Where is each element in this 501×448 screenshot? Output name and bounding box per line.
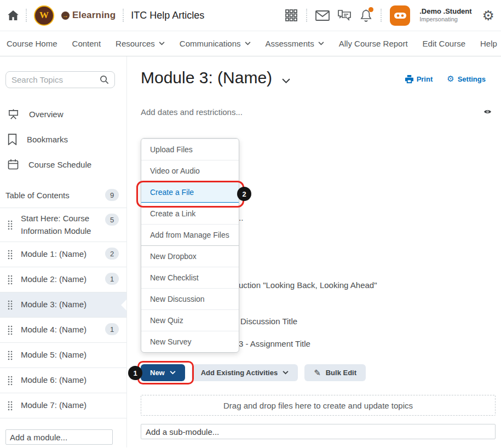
nav-item[interactable]: Ally Course Report	[339, 39, 408, 48]
print-button[interactable]: Print	[405, 75, 433, 83]
module-row[interactable]: Module 3: (Name)	[0, 292, 126, 318]
module-row[interactable]: Module 1: (Name) 2	[0, 242, 126, 267]
drag-handle-icon[interactable]	[8, 401, 13, 411]
nav-item[interactable]: Content	[72, 39, 101, 48]
sidebar-item-label: Course Schedule	[28, 160, 91, 169]
email-icon[interactable]	[315, 10, 330, 21]
bulk-edit-button[interactable]: ✎ Bulk Edit	[304, 364, 366, 381]
nav-item[interactable]: Assessments	[266, 39, 324, 48]
user-name: .Demo .Student	[419, 7, 471, 16]
new-dropdown-menu: Upload Files Video or Audio Create a Fil…	[141, 138, 239, 353]
nav-item[interactable]: Edit Course	[423, 39, 465, 48]
chat-icon[interactable]	[338, 9, 352, 21]
module-row[interactable]: Module 5: (Name)	[0, 343, 126, 368]
nav-item-label: Ally Course Report	[339, 39, 408, 48]
menu-item-label: New Checklist	[150, 273, 199, 282]
bell-icon[interactable]	[360, 9, 372, 22]
sidebar-item-label: Bookmarks	[27, 135, 68, 144]
hidden-text-fragment: uction "Looking Back, Looking Ahead"	[239, 280, 377, 290]
module-row[interactable]: Module 4: (Name) 1	[0, 318, 126, 343]
gear-icon: ⚙	[447, 75, 454, 83]
pencil-icon: ✎	[314, 368, 321, 378]
module-label: Module 1: (Name)	[21, 248, 97, 261]
university-logo[interactable]: W	[34, 5, 54, 26]
search-topics-box[interactable]	[5, 71, 115, 88]
menu-item[interactable]: New Checklist	[141, 267, 239, 288]
table-of-contents-header[interactable]: Table of Contents 9	[0, 187, 126, 203]
nav-item[interactable]: Resources	[116, 39, 165, 48]
easel-icon	[8, 108, 19, 120]
nav-item-label: Content	[72, 39, 101, 48]
module-row[interactable]: Module 7: (Name)	[0, 393, 126, 418]
bookmark-icon	[8, 134, 17, 145]
menu-item[interactable]: Add from Manage Files	[141, 224, 239, 245]
module-count-badge: 5	[105, 214, 119, 226]
menu-item[interactable]: New Quiz	[141, 309, 239, 331]
nav-item[interactable]: Course Home	[7, 39, 57, 48]
module-row[interactable]: Module 6: (Name)	[0, 368, 126, 393]
menu-item[interactable]: Create a Link	[141, 203, 239, 224]
home-icon[interactable]	[8, 10, 19, 20]
menu-item[interactable]: Create a File	[141, 181, 239, 203]
drag-drop-label: Drag and drop files here to create and u…	[223, 401, 413, 410]
course-navbar: Course Home Content Resources Communicat…	[0, 31, 501, 56]
settings-label: Settings	[458, 75, 486, 83]
drag-drop-zone[interactable]: Drag and drop files here to create and u…	[141, 395, 496, 416]
nav-item[interactable]: Help	[480, 39, 497, 48]
drag-handle-icon[interactable]	[8, 325, 13, 335]
module-title-text: Module 3: (Name)	[141, 68, 272, 87]
drag-handle-icon[interactable]	[8, 351, 13, 360]
add-module-input[interactable]	[5, 429, 113, 445]
waffle-menu-icon[interactable]	[285, 9, 298, 22]
module-count-badge: 1	[105, 273, 119, 285]
nav-item[interactable]: Communications	[180, 39, 251, 48]
sidebar-item-bookmarks[interactable]: Bookmarks	[0, 127, 126, 152]
module-label: Module 3: (Name)	[21, 298, 119, 311]
drag-handle-icon[interactable]	[8, 250, 13, 260]
add-dates-link[interactable]: Add dates and restrictions...	[141, 107, 243, 117]
user-status: Impersonating	[419, 16, 471, 24]
module-label: Module 7: (Name)	[21, 399, 119, 412]
drag-handle-icon[interactable]	[8, 300, 13, 310]
printer-icon	[405, 75, 413, 83]
menu-item[interactable]: Video or Audio	[141, 160, 239, 181]
menu-item-label: Create a File	[150, 188, 194, 197]
user-info[interactable]: .Demo .Student Impersonating	[419, 7, 471, 24]
menu-item[interactable]: New Survey	[141, 331, 239, 352]
drag-handle-icon[interactable]	[8, 376, 13, 386]
annotation-step-badge: 1	[128, 366, 142, 380]
module-label: Start Here: Course Information Module	[21, 212, 97, 237]
visibility-eye-icon[interactable]	[483, 109, 492, 114]
new-button[interactable]: New	[141, 364, 185, 381]
page-title[interactable]: Module 3: (Name)	[141, 68, 290, 87]
calendar-icon	[8, 159, 19, 170]
notification-dot	[368, 7, 373, 12]
header-divider	[381, 9, 382, 22]
gear-icon[interactable]: ⚙	[482, 8, 494, 24]
impersonation-avatar[interactable]	[390, 5, 410, 26]
module-row[interactable]: Module 2: (Name) 1	[0, 267, 126, 292]
add-existing-activities-button[interactable]: Add Existing Activities	[192, 364, 298, 381]
menu-item[interactable]: Upload Files	[141, 139, 239, 160]
elearning-brand[interactable]: → Elearning	[61, 10, 116, 21]
sidebar-item-overview[interactable]: Overview	[0, 101, 126, 127]
add-submodule-input[interactable]	[141, 424, 496, 439]
menu-item[interactable]: New Discussion	[141, 288, 239, 309]
hidden-text-fragment: Discussion Title	[240, 317, 297, 326]
hidden-text-fragment: 3 - Assignment Title	[239, 339, 310, 348]
search-input[interactable]	[11, 75, 96, 84]
menu-item-label: New Discussion	[150, 295, 205, 303]
sidebar-item-course-schedule[interactable]: Course Schedule	[0, 152, 126, 177]
drag-handle-icon[interactable]	[8, 275, 13, 285]
brand-arrow-icon: →	[61, 12, 70, 20]
settings-button[interactable]: ⚙ Settings	[447, 75, 486, 83]
print-label: Print	[417, 75, 433, 83]
drag-handle-icon[interactable]	[8, 220, 13, 230]
menu-item-label: Add from Manage Files	[150, 231, 229, 239]
chevron-down-icon[interactable]	[282, 78, 290, 83]
quick-links: Overview Bookmarks Course Schedule	[0, 101, 126, 177]
module-label: Module 5: (Name)	[21, 349, 119, 361]
search-icon[interactable]	[100, 75, 109, 84]
module-row[interactable]: Start Here: Course Information Module 5	[0, 208, 126, 242]
menu-item[interactable]: New Dropbox	[141, 245, 239, 267]
